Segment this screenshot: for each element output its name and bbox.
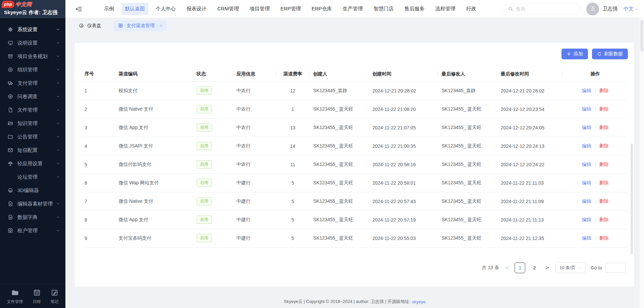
delete-link[interactable]: 删除 [599, 235, 608, 241]
table-row-2: 3微信 App 支付启用中农行13SK123455_ 蓝天旺2024-11-22… [80, 118, 628, 137]
table-row-0: 1模拟支付启用中农行12SK123445_袁静2024-12-21 20:28:… [80, 81, 628, 100]
sidebar-shortcut-2[interactable]: 笔记 [51, 289, 59, 305]
cell-modified: 2024-11-22 21:12:35 [497, 229, 562, 247]
table-scrollbar[interactable] [631, 143, 633, 254]
cell-actions: 编辑|删除 [562, 81, 628, 100]
cell-created: 2024-11-22 20:55:03 [368, 229, 437, 247]
edit-link[interactable]: 编辑 [582, 125, 591, 130]
cell-rate: 13 [276, 118, 309, 137]
sidebar-item-3[interactable]: 组织管理 [0, 63, 65, 76]
nav-item-6[interactable]: ERP管理 [277, 3, 304, 15]
nav-item-1[interactable]: 默认桌面 [121, 3, 148, 15]
nav-item-4[interactable]: CRM管理 [214, 3, 242, 15]
delete-link[interactable]: 删除 [599, 180, 608, 185]
php-logo-badge: php [2, 1, 14, 8]
cell-created: 2024-11-22 20:57:19 [368, 210, 437, 229]
delete-link[interactable]: 删除 [599, 217, 608, 222]
page-scrollbar-thumb[interactable] [640, 20, 643, 52]
cell-app: 中农行 [232, 118, 276, 137]
sidebar-shortcut-1[interactable]: 日程 [33, 289, 41, 305]
goto-page-input[interactable] [605, 263, 626, 273]
nav-item-2[interactable]: 个人中心 [152, 3, 179, 15]
nav-item-7[interactable]: ERP仓库 [308, 3, 335, 15]
page-footer: Skyeye云 | Copyright © 2018~2024 | author… [65, 295, 644, 308]
search-box[interactable] [503, 3, 580, 15]
pagination-page-1[interactable]: 1 [515, 262, 525, 273]
delete-link[interactable]: 删除 [599, 162, 608, 167]
svg-text:P: P [10, 203, 11, 205]
edit-link[interactable]: 编辑 [582, 106, 591, 112]
column-header-9: 操作 [562, 67, 628, 81]
sidebar-item-14[interactable]: R数据字典 [0, 210, 65, 224]
sidebar-item-13[interactable]: P编辑器素材管理 [0, 197, 65, 210]
edit-link[interactable]: 编辑 [582, 180, 591, 185]
cell-no: 7 [80, 192, 114, 210]
tab-payment-channel[interactable]: 支付渠道管理 [114, 20, 167, 31]
sidebar-item-0[interactable]: 系统设置 [0, 23, 65, 36]
nav-item-3[interactable]: 报表设计 [183, 3, 210, 15]
cell-created: 2024-12-21 20:28:02 [368, 81, 437, 100]
cell-status: 启用 [193, 118, 232, 137]
sidebar-item-12[interactable]: 3D编辑器 [0, 184, 65, 197]
delete-link[interactable]: 删除 [599, 143, 608, 148]
nav-item-8[interactable]: 生产管理 [339, 3, 366, 15]
delete-link[interactable]: 删除 [599, 198, 608, 204]
nav-item-0[interactable]: 示例 [101, 3, 117, 15]
footer-link[interactable]: skyeye [412, 299, 425, 304]
status-badge: 启用 [197, 215, 212, 224]
edit-link[interactable]: 编辑 [582, 162, 591, 167]
pagination-page-2[interactable]: 2 [529, 263, 539, 273]
cell-status: 启用 [193, 174, 232, 192]
plus-icon [567, 52, 571, 56]
nav-item-10[interactable]: 售后服务 [401, 3, 428, 15]
nav-item-9[interactable]: 智慧门店 [370, 3, 397, 15]
sidebar-item-10[interactable]: 轻应用设置 [0, 157, 65, 170]
edit-link[interactable]: 编辑 [582, 88, 591, 93]
delete-link[interactable]: 删除 [599, 125, 608, 130]
language-switcher[interactable]: 中文 [624, 6, 639, 12]
nav-item-12[interactable]: 行政 [463, 3, 480, 15]
sidebar-item-9[interactable]: 短信配置 [0, 143, 65, 157]
cell-code: 微信 Native 支付 [114, 100, 192, 118]
refresh-icon [597, 52, 602, 56]
edit-link[interactable]: 编辑 [582, 198, 591, 204]
sidebar-item-11[interactable]: 论坛管理 [0, 170, 65, 184]
sidebar-item-8[interactable]: 公告管理 [0, 130, 65, 143]
delete-link[interactable]: 删除 [599, 106, 608, 112]
gear-icon [7, 27, 13, 32]
action-divider: | [595, 106, 596, 112]
add-button[interactable]: 添加 [561, 49, 588, 59]
sidebar-shortcut-0[interactable]: 文件管理 [7, 289, 23, 305]
user-area: 卫 卫志强 中文 [586, 3, 639, 15]
pagination-pages: 12 [515, 262, 539, 273]
nav-item-5[interactable]: 项目管理 [246, 3, 273, 15]
sidebar-item-15[interactable]: 租户管理 [0, 224, 65, 237]
sidebar-item-6[interactable]: 文件管理 [0, 103, 65, 117]
delete-link[interactable]: 删除 [599, 88, 608, 93]
cell-created: 2024-11-22 20:58:01 [368, 174, 437, 192]
search-input[interactable] [516, 6, 575, 12]
page-scrollbar[interactable] [639, 18, 644, 308]
nav-item-11[interactable]: 流程管理 [432, 3, 459, 15]
pagination-next-icon[interactable]: > [544, 265, 550, 271]
collapse-sidebar-icon[interactable] [75, 6, 82, 12]
cell-no: 2 [80, 100, 114, 118]
tab-dashboard[interactable]: 仪表盘 [75, 20, 105, 31]
pagination-prev-icon[interactable]: < [504, 265, 510, 271]
folder-open-icon [7, 121, 13, 126]
close-tab-icon[interactable] [159, 24, 163, 27]
avatar[interactable]: 卫 [586, 3, 599, 15]
cell-code: 微信 JSAPI 支付 [114, 137, 192, 155]
sidebar-item-1[interactable]: 说明设置 [0, 36, 65, 50]
edit-link[interactable]: 编辑 [582, 235, 591, 241]
refresh-button[interactable]: 刷新数据 [592, 49, 628, 59]
edit-link[interactable]: 编辑 [582, 217, 591, 222]
sidebar-item-5[interactable]: 问卷调查 [0, 90, 65, 103]
page-size-select[interactable]: 10 条/页 [555, 262, 586, 273]
sidebar-item-7[interactable]: 知识管理 [0, 117, 65, 130]
sidebar-item-2[interactable]: 项目业务规划 [0, 50, 65, 63]
sidebar: php 中文网 Skyeye云 作者: 卫志强 系统设置说明设置项目业务规划组织… [0, 0, 65, 308]
sidebar-item-4[interactable]: 支付管理 [0, 76, 65, 90]
folder-icon [7, 134, 13, 139]
edit-link[interactable]: 编辑 [582, 143, 591, 148]
